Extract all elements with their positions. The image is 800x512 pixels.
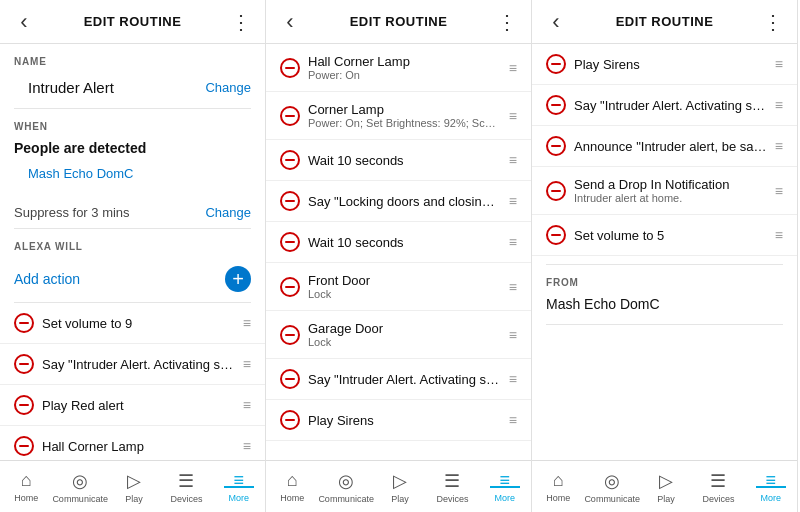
nav-devices-label: Devices <box>436 494 468 504</box>
action-text-wrap: Wait 10 seconds <box>308 153 501 168</box>
nav-communicate-2[interactable]: ◎ Communicate <box>318 461 374 512</box>
drag-handle-icon[interactable]: ≡ <box>243 356 251 372</box>
remove-action-button[interactable] <box>280 106 300 126</box>
add-action-link[interactable]: Add action <box>14 271 80 287</box>
action-title: Announce "Intruder alert, be safe." <box>574 139 767 154</box>
drag-handle-icon[interactable]: ≡ <box>509 193 517 209</box>
action-text-wrap: Hall Corner Lamp <box>42 439 235 454</box>
back-button-3[interactable]: ‹ <box>544 10 568 34</box>
nav-communicate-label: Communicate <box>318 494 374 504</box>
action-title: Garage Door <box>308 321 501 336</box>
nav-play-label: Play <box>657 494 675 504</box>
remove-action-button[interactable] <box>280 410 300 430</box>
action-title: Front Door <box>308 273 501 288</box>
add-action-row: Add action + <box>0 256 265 302</box>
drag-handle-icon[interactable]: ≡ <box>509 234 517 250</box>
remove-action-button[interactable] <box>280 369 300 389</box>
header-2: ‹ EDIT ROUTINE ⋮ <box>266 0 531 44</box>
nav-more-2[interactable]: ≡ More <box>479 461 531 512</box>
action-text-wrap: Play Red alert <box>42 398 235 413</box>
bottom-nav-1: ⌂ Home ◎ Communicate ▷ Play ☰ Devices ≡ … <box>0 460 265 512</box>
action-title: Play Sirens <box>574 57 767 72</box>
nav-more-1[interactable]: ≡ More <box>213 461 265 512</box>
drag-handle-icon[interactable]: ≡ <box>509 152 517 168</box>
panel-3: ‹ EDIT ROUTINE ⋮ Play Sirens ≡ Say "Intr… <box>532 0 798 512</box>
devices-icon: ☰ <box>178 470 194 492</box>
nav-devices-3[interactable]: ☰ Devices <box>692 461 744 512</box>
more-button-3[interactable]: ⋮ <box>761 10 785 34</box>
remove-action-button[interactable] <box>280 277 300 297</box>
back-button-2[interactable]: ‹ <box>278 10 302 34</box>
drag-handle-icon[interactable]: ≡ <box>775 97 783 113</box>
more-nav-icon: ≡ <box>234 470 245 491</box>
when-title: People are detected <box>0 136 265 158</box>
drag-handle-icon[interactable]: ≡ <box>509 371 517 387</box>
drag-handle-icon[interactable]: ≡ <box>775 183 783 199</box>
action-sub: Lock <box>308 288 501 300</box>
list-item: Corner Lamp Power: On; Set Brightness: 9… <box>266 92 531 140</box>
nav-devices-2[interactable]: ☰ Devices <box>426 461 478 512</box>
drag-handle-icon[interactable]: ≡ <box>509 279 517 295</box>
remove-action-button[interactable] <box>280 191 300 211</box>
back-button-1[interactable]: ‹ <box>12 10 36 34</box>
action-title: Set volume to 9 <box>42 316 235 331</box>
drag-handle-icon[interactable]: ≡ <box>509 327 517 343</box>
when-section-label: WHEN <box>0 109 265 136</box>
remove-action-button[interactable] <box>280 232 300 252</box>
action-text-wrap: Say "Intruder Alert. Activating secur... <box>574 98 767 113</box>
action-sub: Intruder alert at home. <box>574 192 767 204</box>
nav-play-2[interactable]: ▷ Play <box>374 461 426 512</box>
drag-handle-icon[interactable]: ≡ <box>509 108 517 124</box>
nav-communicate-1[interactable]: ◎ Communicate <box>52 461 108 512</box>
remove-action-button[interactable] <box>546 181 566 201</box>
suppress-change-row: Suppress for 3 mins Change <box>0 197 265 228</box>
nav-home-1[interactable]: ⌂ Home <box>0 461 52 512</box>
nav-communicate-label: Communicate <box>52 494 108 504</box>
remove-action-button[interactable] <box>14 354 34 374</box>
remove-action-button[interactable] <box>14 395 34 415</box>
nav-more-3[interactable]: ≡ More <box>745 461 797 512</box>
remove-action-button[interactable] <box>546 95 566 115</box>
devices-icon: ☰ <box>444 470 460 492</box>
remove-action-button[interactable] <box>14 436 34 456</box>
nav-home-3[interactable]: ⌂ Home <box>532 461 584 512</box>
more-nav-icon: ≡ <box>500 470 511 491</box>
drag-handle-icon[interactable]: ≡ <box>243 397 251 413</box>
remove-action-button[interactable] <box>280 150 300 170</box>
change-suppress-link[interactable]: Change <box>205 205 251 220</box>
drag-handle-icon[interactable]: ≡ <box>775 56 783 72</box>
list-item: Hall Corner Lamp ≡ <box>0 426 265 460</box>
nav-communicate-3[interactable]: ◎ Communicate <box>584 461 640 512</box>
list-item: Play Red alert ≡ <box>0 385 265 426</box>
nav-play-3[interactable]: ▷ Play <box>640 461 692 512</box>
drag-handle-icon[interactable]: ≡ <box>775 138 783 154</box>
drag-handle-icon[interactable]: ≡ <box>243 315 251 331</box>
nav-home-2[interactable]: ⌂ Home <box>266 461 318 512</box>
remove-action-button[interactable] <box>546 225 566 245</box>
nav-home-label: Home <box>14 493 38 503</box>
drag-handle-icon[interactable]: ≡ <box>775 227 783 243</box>
drag-handle-icon[interactable]: ≡ <box>509 412 517 428</box>
more-button-2[interactable]: ⋮ <box>495 10 519 34</box>
header-3: ‹ EDIT ROUTINE ⋮ <box>532 0 797 44</box>
nav-play-1[interactable]: ▷ Play <box>108 461 160 512</box>
list-item: Say "Intruder Alert. Activating secur...… <box>266 359 531 400</box>
drag-handle-icon[interactable]: ≡ <box>509 60 517 76</box>
more-button-1[interactable]: ⋮ <box>229 10 253 34</box>
drag-handle-icon[interactable]: ≡ <box>243 438 251 454</box>
action-title: Say "Intruder Alert. Activating secur... <box>42 357 235 372</box>
remove-action-button[interactable] <box>280 325 300 345</box>
routine-name: Intruder Alert <box>14 75 128 100</box>
add-action-button[interactable]: + <box>225 266 251 292</box>
remove-action-button[interactable] <box>546 54 566 74</box>
nav-devices-1[interactable]: ☰ Devices <box>160 461 212 512</box>
action-text-wrap: Play Sirens <box>308 413 501 428</box>
nav-home-label: Home <box>546 493 570 503</box>
when-sub: Mash Echo DomC <box>14 166 147 189</box>
list-item: Play Sirens ≡ <box>532 44 797 85</box>
header-title-2: EDIT ROUTINE <box>302 14 495 29</box>
change-name-link[interactable]: Change <box>205 80 251 95</box>
remove-action-button[interactable] <box>546 136 566 156</box>
remove-action-button[interactable] <box>14 313 34 333</box>
remove-action-button[interactable] <box>280 58 300 78</box>
